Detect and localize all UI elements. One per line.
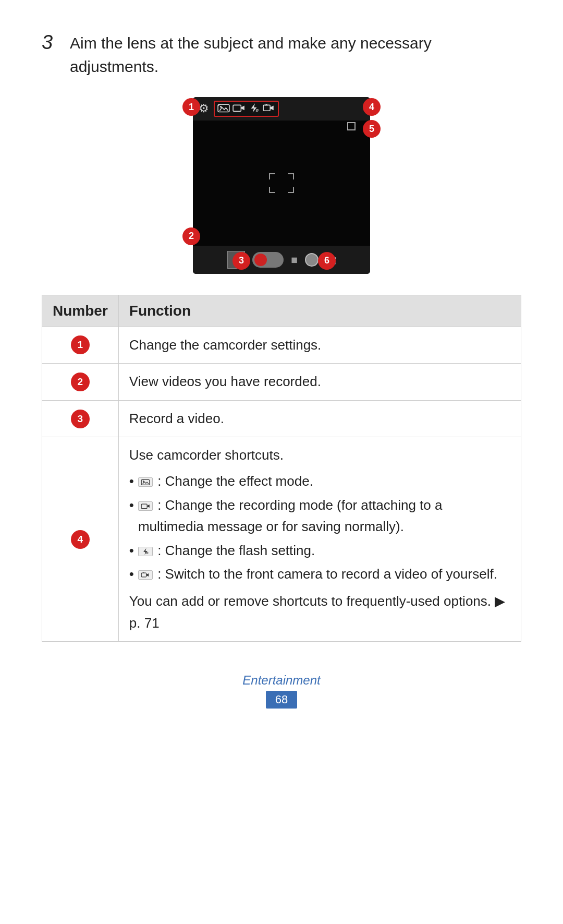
svg-rect-5	[141, 479, 150, 485]
bullet-item-3: • ø : Change the flash setting.	[129, 540, 510, 562]
badge-2: 2	[182, 227, 200, 245]
bullet-dot-3: •	[129, 540, 134, 562]
camera-controls-row: ◼ 📷	[193, 246, 370, 274]
function-cell-3: Record a video.	[118, 400, 521, 437]
badge-4: 4	[363, 98, 381, 116]
badge-5: 5	[363, 120, 381, 138]
step-text: Aim the lens at the subject and make any…	[70, 31, 521, 78]
svg-rect-7	[141, 504, 147, 509]
effect-mode-icon-inline	[138, 477, 153, 487]
video-mode-icon: ◼	[291, 255, 298, 265]
badge-num-4: 4	[71, 530, 90, 549]
recording-mode-icon-inline	[138, 501, 153, 511]
bullet-item-4: • : Switch to the front camera to record…	[129, 563, 510, 585]
camera-diagram: ⚙	[42, 97, 521, 274]
page-footer: Entertainment 68	[42, 673, 521, 709]
table-row: 2 View videos you have recorded.	[42, 364, 521, 401]
svg-point-1	[220, 106, 222, 107]
focus-corner-bl	[269, 187, 275, 193]
front-camera-icon-top	[263, 103, 275, 115]
resize-indicator	[347, 122, 356, 130]
badge-3: 3	[232, 252, 250, 270]
camera-viewfinder	[193, 121, 370, 246]
badge-num-3: 3	[71, 410, 90, 428]
svg-text:ø: ø	[146, 551, 149, 555]
focus-bracket	[269, 173, 294, 193]
badge-6: 6	[318, 252, 336, 270]
function-cell-2: View videos you have recorded.	[118, 364, 521, 401]
function-cell-4: Use camcorder shortcuts. •	[118, 437, 521, 642]
bullet-dot-4: •	[129, 563, 134, 585]
badge-num-2: 2	[71, 373, 90, 391]
bullet-item-2: • : Change the recording mode (for attac…	[129, 495, 510, 538]
number-cell-2: 2	[42, 364, 119, 401]
svg-rect-0	[218, 104, 229, 112]
table-row: 1 Change the camcorder settings.	[42, 327, 521, 364]
bullet-item-1: • : Change the effect mode.	[129, 471, 510, 493]
focus-corner-br	[288, 187, 294, 193]
function-cell-1: Change the camcorder settings.	[118, 327, 521, 364]
bullet-dot-2: •	[129, 495, 134, 517]
bullet-text-3: ø : Change the flash setting.	[138, 540, 315, 562]
badge-num-1: 1	[71, 335, 90, 354]
table-row: 3 Record a video.	[42, 400, 521, 437]
table-header-function: Function	[118, 295, 521, 327]
flash-icon-inline: ø	[138, 547, 153, 556]
record-slider	[252, 252, 284, 268]
step-header: 3 Aim the lens at the subject and make a…	[42, 31, 521, 78]
table-header-number: Number	[42, 295, 119, 327]
badge-1: 1	[182, 98, 200, 116]
step-number: 3	[42, 31, 60, 54]
number-cell-3: 3	[42, 400, 119, 437]
effect-mode-icon	[217, 103, 230, 115]
bullet-dot-1: •	[129, 471, 134, 493]
table-row: 4 Use camcorder shortcuts. •	[42, 437, 521, 642]
camera-screen: ⚙	[193, 97, 370, 274]
info-table: Number Function 1 Change the camcorder s…	[42, 295, 521, 642]
bullet-text-4: : Switch to the front camera to record a…	[138, 563, 497, 585]
svg-text:ø: ø	[255, 107, 259, 113]
page-number: 68	[266, 691, 297, 709]
bullet-text-1: : Change the effect mode.	[138, 471, 313, 493]
section-label: Entertainment	[42, 673, 521, 688]
svg-rect-2	[233, 105, 241, 111]
camera-top-row: ⚙	[193, 97, 370, 121]
bullet-text-2: : Change the recording mode (for attachi…	[138, 495, 510, 538]
function-intro: Use camcorder shortcuts.	[129, 445, 510, 466]
svg-rect-4	[263, 105, 270, 111]
shortcuts-box: ø	[214, 101, 279, 117]
svg-rect-9	[141, 573, 146, 577]
switch-to-photo-btn	[305, 253, 319, 267]
number-cell-1: 1	[42, 327, 119, 364]
focus-corner-tr	[288, 173, 294, 179]
front-camera-icon-inline	[138, 570, 153, 580]
camera-diagram-inner: ⚙	[193, 97, 370, 274]
record-button-dot	[254, 254, 267, 266]
flash-icon: ø	[248, 103, 260, 115]
recording-mode-icon	[232, 103, 245, 115]
svg-point-6	[143, 481, 144, 482]
focus-corner-tl	[269, 173, 275, 179]
function-outro: You can add or remove shortcuts to frequ…	[129, 591, 510, 634]
number-cell-4: 4	[42, 437, 119, 642]
